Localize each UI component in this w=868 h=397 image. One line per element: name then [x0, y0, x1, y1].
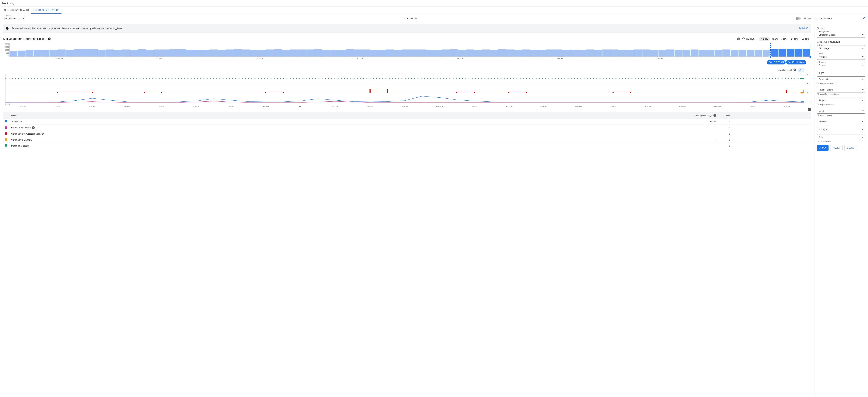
- help-icon[interactable]: ?: [737, 37, 740, 40]
- chevron-down-icon: [862, 56, 864, 57]
- table-row[interactable]: Commitment Capacity-0: [3, 137, 811, 143]
- location-label: Location: [4, 15, 12, 17]
- range-1day[interactable]: 1 day: [759, 37, 770, 41]
- bar-view-button[interactable]: [805, 68, 811, 72]
- chart-options-panel: Chart options ✕ Scope Billing model Ente…: [814, 14, 868, 397]
- folders-hint: 10 parent folders maximum: [817, 93, 865, 95]
- priorities-filter[interactable]: Priorities: [817, 119, 865, 124]
- overview-y-axis: 2000150010005000: [3, 43, 9, 57]
- groupby-value: Overall: [819, 64, 826, 67]
- reservations-filter[interactable]: Reservations: [817, 76, 865, 82]
- chevron-down-icon: [22, 18, 24, 19]
- line-chart-icon: [800, 69, 803, 71]
- link-icon: [404, 17, 406, 20]
- info-banner: Resource charts may load stale data to i…: [3, 24, 811, 33]
- interval-label: 1 minute interval: [777, 69, 792, 71]
- selection-to[interactable]: Oct 15, 10:58 AM: [786, 60, 806, 64]
- timezone-label: UTC-7: [5, 103, 10, 105]
- folders-filter[interactable]: Parent Folders: [817, 87, 865, 93]
- live-data-label: Live data: [802, 17, 811, 20]
- groupby-select[interactable]: Group by Overall: [817, 62, 865, 68]
- help-icon[interactable]: ?: [713, 114, 716, 117]
- tab-bar: OPERATIONAL HEALTH RESOURCE UTILIZATION: [0, 7, 868, 14]
- reset-button[interactable]: RESET: [830, 145, 843, 151]
- apply-button[interactable]: APPLY: [817, 145, 829, 151]
- table-row[interactable]: Borrowed Slot Usage ?-0: [3, 125, 811, 131]
- billing-model-select[interactable]: Billing model Enterprise Edition: [817, 32, 865, 38]
- legend-table: Name ↓Average slot usage ? Slots Total U…: [3, 112, 811, 149]
- detail-y-axis: 15,00010,0005,0000: [805, 74, 811, 102]
- col-name[interactable]: Name: [9, 112, 690, 119]
- range-30days[interactable]: 30 days: [800, 37, 811, 41]
- page-title: Monitoring: [0, 0, 868, 7]
- help-icon[interactable]: ?: [48, 37, 51, 40]
- range-7days[interactable]: 7 days: [779, 37, 789, 41]
- svg-rect-5: [809, 70, 809, 71]
- svg-rect-1: [7, 28, 7, 29]
- overview-x-axis: 12:00 PM3:00 PM6:00 PM9:00 PMOct 153:00 …: [9, 58, 810, 59]
- scope-heading: Scope: [817, 27, 865, 30]
- close-button[interactable]: CLOSE: [844, 145, 857, 151]
- users-hint: 10 users maximum: [817, 114, 865, 116]
- svg-point-10: [800, 78, 804, 79]
- chevron-down-icon: [862, 79, 864, 79]
- bar-chart-icon: [807, 69, 809, 71]
- chart-title: Slot Usage for Enterprise Edition: [3, 37, 46, 41]
- detail-x-axis: 9:05 AM9:10 AM9:15 AM9:20 AM9:25 AM9:30 …: [5, 105, 804, 107]
- help-icon[interactable]: ?: [32, 126, 35, 129]
- metric-select[interactable]: Metric Average: [817, 54, 865, 60]
- groupby-label: Group by: [818, 61, 827, 63]
- detail-chart[interactable]: 15,00010,0005,0000 9:05 AM9:10 AM9:15 AM…: [3, 74, 811, 107]
- chevron-down-icon: [862, 48, 864, 49]
- table-row[interactable]: Commitment + Autoscale Capacity-0: [3, 131, 811, 137]
- metric-select-value: Average: [819, 56, 827, 58]
- users-filter[interactable]: Users: [817, 108, 865, 113]
- live-data-toggle[interactable]: [796, 18, 801, 20]
- table-row[interactable]: Maximum Capacity-0: [3, 143, 811, 149]
- chart-select[interactable]: Chart Slot Usage: [817, 45, 865, 51]
- col-slots[interactable]: Slots: [718, 112, 733, 119]
- dismiss-button[interactable]: DISMISS: [799, 27, 808, 30]
- config-heading: Chart Configuration: [817, 40, 865, 43]
- jobs-hint: 10 jobs maximum: [817, 141, 865, 143]
- billing-model-label: Billing model: [818, 31, 830, 33]
- range-3days[interactable]: 3 days: [770, 37, 779, 41]
- chevron-down-icon: [862, 121, 864, 122]
- col-avg[interactable]: ↓Average slot usage ?: [690, 112, 718, 119]
- range-14days[interactable]: 14 days: [789, 37, 800, 41]
- table-row[interactable]: Total Usage673.310: [3, 119, 811, 125]
- chevron-down-icon: [862, 110, 864, 111]
- chart-select-label: Chart: [818, 44, 824, 46]
- jobtypes-filter[interactable]: Job Types: [817, 127, 865, 132]
- svg-rect-2: [7, 28, 7, 28]
- help-icon[interactable]: ?: [794, 68, 796, 71]
- filters-heading: Filters: [817, 71, 865, 74]
- chart-select-value: Slot Usage: [819, 47, 829, 50]
- refresh-label: REFRESH: [746, 38, 756, 40]
- svg-point-12: [800, 92, 804, 93]
- chevron-down-icon: [862, 129, 864, 130]
- info-icon: [6, 27, 9, 30]
- tab-operational-health[interactable]: OPERATIONAL HEALTH: [2, 7, 31, 13]
- refresh-button[interactable]: REFRESH: [742, 37, 756, 40]
- billing-model-value: Enterprise Edition: [819, 34, 836, 36]
- chevron-down-icon: [862, 34, 864, 35]
- overview-chart[interactable]: 2000150010005000 12:00 PM3:00 PM6:00 PM9…: [3, 43, 811, 63]
- chevron-down-icon: [862, 65, 864, 66]
- tab-resource-utilization[interactable]: RESOURCE UTILIZATION: [31, 7, 62, 13]
- projects-hint: 10 projects maximum: [817, 104, 865, 106]
- jobs-filter[interactable]: Jobs: [817, 135, 865, 140]
- banner-message: Resource charts may load stale data to i…: [12, 27, 797, 30]
- location-select[interactable]: Location US (multiple regions in Un...: [3, 16, 25, 21]
- close-icon[interactable]: ✕: [862, 16, 865, 21]
- line-view-button[interactable]: [798, 68, 804, 72]
- selection-chips: Oct 15, 8:58 AM Oct 15, 10:58 AM: [767, 60, 806, 64]
- copy-url-button[interactable]: COPY URL: [404, 17, 418, 20]
- svg-rect-3: [807, 70, 807, 71]
- chevron-down-icon: [862, 89, 864, 90]
- projects-filter[interactable]: Projects: [817, 98, 865, 103]
- column-settings-button[interactable]: [808, 108, 811, 111]
- metric-select-label: Metric: [818, 53, 825, 55]
- selection-from[interactable]: Oct 15, 8:58 AM: [767, 60, 785, 64]
- copy-url-label: COPY URL: [407, 17, 418, 20]
